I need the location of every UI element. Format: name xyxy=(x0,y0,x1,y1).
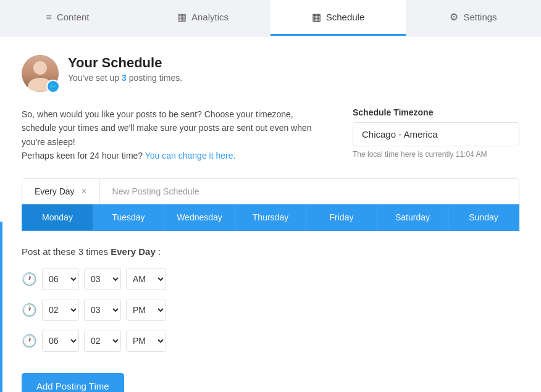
schedule-tab-new[interactable]: New Posting Schedule xyxy=(100,179,519,204)
day-wednesday-label: Wednesday xyxy=(177,212,222,222)
page-title: Your Schedule xyxy=(68,55,182,71)
post-times-suffix: : xyxy=(156,246,161,257)
day-friday[interactable]: Friday xyxy=(306,204,377,230)
profile-info: Your Schedule You've set up 3 posting ti… xyxy=(68,55,182,83)
subtitle-prefix: You've set up xyxy=(68,73,122,83)
profile-subtitle: You've set up 3 posting times. xyxy=(68,73,182,83)
tab-schedule[interactable]: ▦ Schedule xyxy=(270,0,406,36)
day-sunday-label: Sunday xyxy=(469,212,498,222)
tab-analytics[interactable]: ▦ Analytics xyxy=(135,0,270,36)
twitter-badge: 🐦 xyxy=(46,80,60,93)
tab-content-label: Content xyxy=(57,12,90,22)
subtitle-suffix: posting times. xyxy=(127,73,182,83)
day-thursday[interactable]: Thursday xyxy=(235,204,306,230)
schedule-tab-everyday-label: Every Day xyxy=(35,186,75,196)
day-saturday-label: Saturday xyxy=(395,212,430,222)
post-times-label: Post at these 3 times Every Day : xyxy=(22,246,519,257)
ampm-select-2[interactable]: AM PM xyxy=(126,299,166,321)
tab-schedule-label: Schedule xyxy=(326,12,365,22)
schedule-wrapper: 🐦 Your Schedule You've set up 3 posting … xyxy=(22,55,519,392)
description-text: So, when would you like your posts to be… xyxy=(22,107,328,163)
timezone-hint: The local time here is currently 11:04 A… xyxy=(353,150,519,159)
time-row-1: 🕐 06 010203 040507 080910 1112 03 000102… xyxy=(22,268,519,290)
schedule-tabs: Every Day ✕ New Posting Schedule xyxy=(22,178,519,204)
post-times-bold: Every Day xyxy=(111,246,156,257)
day-saturday[interactable]: Saturday xyxy=(377,204,448,230)
avatar-wrapper: 🐦 xyxy=(22,55,59,92)
schedule-tab-new-label: New Posting Schedule xyxy=(112,186,199,196)
post-times-prefix: Post at these 3 times xyxy=(22,246,111,257)
day-wednesday[interactable]: Wednesday xyxy=(164,204,235,230)
time-row-3: 🕐 06 010203 040507 080910 1112 02 000103… xyxy=(22,330,519,352)
ampm-select-1[interactable]: AM PM xyxy=(126,268,166,290)
timezone-input[interactable] xyxy=(353,122,519,146)
tab-settings[interactable]: ⚙ Settings xyxy=(406,0,541,36)
profile-section: 🐦 Your Schedule You've set up 3 posting … xyxy=(22,55,519,92)
timezone-label: Schedule Timezone xyxy=(353,107,519,117)
add-posting-time-button[interactable]: Add Posting Time xyxy=(22,373,124,392)
minute-select-1[interactable]: 03 000102 0405 xyxy=(84,268,121,290)
settings-icon: ⚙ xyxy=(450,11,458,23)
clock-icon-2: 🕐 xyxy=(22,302,37,317)
schedule-icon: ▦ xyxy=(312,11,321,23)
day-tuesday[interactable]: Tuesday xyxy=(93,204,164,230)
desc-line3: you're asleep! xyxy=(22,137,75,147)
tab-analytics-label: Analytics xyxy=(191,12,229,22)
day-buttons: Monday Tuesday Wednesday Thursday Friday… xyxy=(22,204,519,231)
description-col: So, when would you like your posts to be… xyxy=(22,107,328,163)
desc-line2: schedule your times and we'll make sure … xyxy=(22,123,312,133)
two-column-layout: So, when would you like your posts to be… xyxy=(22,107,519,163)
day-sunday[interactable]: Sunday xyxy=(448,204,519,230)
time-row-2: 🕐 02 010304 050607 080910 1112 03 000102… xyxy=(22,299,519,321)
content-icon: ≡ xyxy=(46,12,52,23)
posting-count: 3 xyxy=(122,73,127,83)
minute-select-3[interactable]: 02 000103 0405 xyxy=(84,330,121,352)
day-tuesday-label: Tuesday xyxy=(112,212,145,222)
hour-select-3[interactable]: 06 010203 040507 080910 1112 xyxy=(42,330,79,352)
day-monday-label: Monday xyxy=(42,212,73,222)
tab-content[interactable]: ≡ Content xyxy=(0,0,135,36)
day-friday-label: Friday xyxy=(330,212,354,222)
hour-select-1[interactable]: 06 010203 040507 080910 1112 xyxy=(42,268,79,290)
timezone-col: Schedule Timezone The local time here is… xyxy=(353,107,519,163)
hour-select-2[interactable]: 02 010304 050607 080910 1112 xyxy=(42,299,79,321)
day-monday[interactable]: Monday xyxy=(22,204,93,230)
main-content: 🐦 Your Schedule You've set up 3 posting … xyxy=(0,36,541,392)
analytics-icon: ▦ xyxy=(177,11,187,23)
schedule-tab-everyday[interactable]: Every Day ✕ xyxy=(22,179,100,204)
day-thursday-label: Thursday xyxy=(253,212,288,222)
minute-select-2[interactable]: 03 000102 0405 xyxy=(84,299,121,321)
desc-line1: So, when would you like your posts to be… xyxy=(22,109,293,119)
desc-line4-prefix: Perhaps keen for 24 hour time? xyxy=(22,151,145,161)
close-everyday-icon[interactable]: ✕ xyxy=(81,187,87,196)
blue-accent-bar xyxy=(0,222,2,392)
top-nav: ≡ Content ▦ Analytics ▦ Schedule ⚙ Setti… xyxy=(0,0,541,36)
clock-icon-1: 🕐 xyxy=(22,272,37,286)
clock-icon-3: 🕐 xyxy=(22,333,37,348)
change-link[interactable]: You can change it here. xyxy=(145,151,236,161)
ampm-select-3[interactable]: AM PM xyxy=(126,330,166,352)
tab-settings-label: Settings xyxy=(463,12,497,22)
post-times-section: Post at these 3 times Every Day : 🕐 06 0… xyxy=(22,246,519,392)
